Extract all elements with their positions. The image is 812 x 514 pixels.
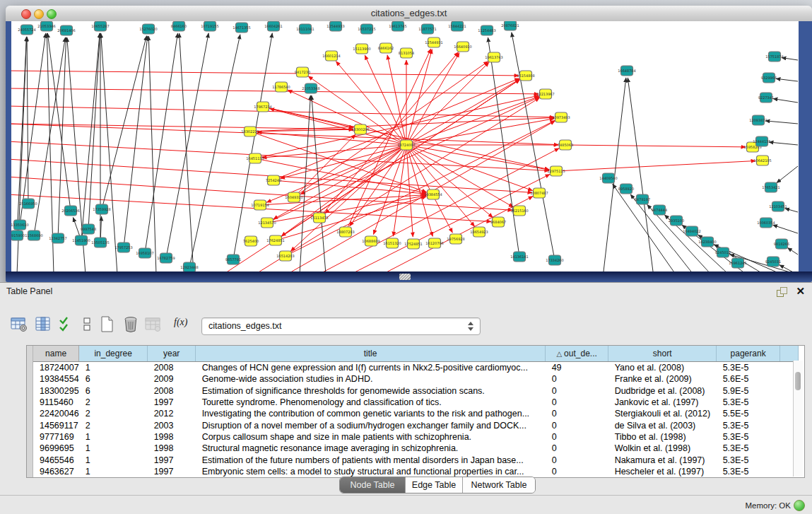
table-cell[interactable]: 6 (79, 373, 148, 385)
function-builder-button[interactable]: f(x) (174, 317, 187, 328)
window-resize-grip[interactable] (399, 274, 411, 280)
table-cell[interactable]: 1 (79, 362, 148, 374)
close-panel-icon[interactable]: ✕ (796, 285, 805, 298)
table-cell[interactable]: Stergiakouli et al. (2012) (608, 408, 717, 419)
table-cell[interactable]: 2008 (148, 362, 196, 374)
delete-icon[interactable] (120, 314, 141, 335)
table-cell[interactable]: 1997 (148, 454, 196, 465)
graph-edge[interactable] (406, 145, 413, 237)
table-cell[interactable]: 5.3E-5 (717, 431, 780, 443)
table-cell[interactable]: 9699695 (33, 443, 79, 454)
table-cell[interactable]: 2008 (148, 385, 196, 397)
graph-edge[interactable] (628, 78, 653, 271)
column-header-year[interactable]: year (148, 346, 196, 362)
window-titlebar[interactable]: citations_edges.txt (6, 6, 812, 22)
table-cell[interactable]: 19384554 (33, 373, 79, 385)
table-cell[interactable]: Structural magnetic resonance image aver… (196, 443, 546, 454)
table-cell[interactable]: 1998 (148, 443, 196, 454)
table-cell[interactable]: 2 (79, 419, 148, 431)
table-cell[interactable]: 5.3E-5 (717, 443, 780, 454)
show-column-icon[interactable] (33, 314, 54, 335)
table-row[interactable]: 977716911998Corpus callosum shape and si… (33, 431, 799, 443)
graph-edge[interactable] (365, 55, 406, 145)
table-cell[interactable]: 5.3E-5 (717, 454, 780, 465)
column-header-in_degree[interactable]: in_degree (79, 346, 148, 362)
table-scrollbar[interactable] (793, 361, 803, 477)
graph-edge[interactable] (27, 37, 28, 204)
table-cell[interactable]: Genome-wide association studies in ADHD. (196, 373, 546, 385)
table-row[interactable]: 1938455462009Genome-wide association stu… (33, 373, 799, 385)
table-source-dropdown[interactable]: citations_edges.txt (201, 317, 481, 335)
table-cell[interactable]: Wolkin et al. (1998) (608, 443, 717, 454)
table-cell[interactable]: Estimation of significance thresholds fo… (196, 385, 546, 397)
new-file-icon[interactable] (96, 314, 117, 335)
graph-edge[interactable] (294, 134, 355, 197)
graph-edge[interactable] (765, 121, 798, 124)
table-cell[interactable]: 1 (79, 431, 148, 443)
graph-edge[interactable] (556, 161, 755, 171)
graph-edge[interactable] (286, 120, 555, 256)
table-cell[interactable]: Nakamura et al. (1997) (608, 454, 717, 465)
table-cell[interactable]: 5.3E-5 (717, 466, 780, 477)
table-cell[interactable]: Tibbo et al. (1998) (608, 431, 717, 443)
rows-icon[interactable] (76, 314, 98, 335)
table-row[interactable]: 946362711997Embryonic stem cells: a mode… (33, 466, 799, 477)
graph-edge[interactable] (387, 55, 406, 145)
graph-edge[interactable] (255, 158, 426, 193)
graph-edge[interactable] (102, 36, 146, 209)
table-cell[interactable]: Hescheler et al. (1997) (608, 466, 717, 477)
graph-edge[interactable] (777, 166, 798, 183)
table-row[interactable]: 946554611997Estimation of the future num… (33, 454, 799, 465)
table-cell[interactable]: Corpus callosum shape and size in male p… (196, 431, 546, 443)
table-cell[interactable]: Jankovic et al. (1997) (608, 397, 717, 408)
table-cell[interactable]: 2012 (148, 408, 196, 419)
column-header-out_de...[interactable]: △out_de... (546, 346, 608, 362)
table-cell[interactable]: 2 (79, 408, 148, 419)
graph-edge[interactable] (406, 53, 459, 145)
graph-edge[interactable] (773, 99, 798, 103)
column-header-pagerank[interactable]: pagerank (717, 346, 780, 362)
float-panel-icon[interactable] (777, 287, 787, 296)
table-row[interactable]: 1456911722003Disruption of a novel membe… (33, 419, 799, 431)
network-canvas[interactable]: 1872400781310541254493116640910196137431… (11, 21, 799, 271)
table-cell[interactable]: 1 (79, 454, 148, 465)
table-cell[interactable]: 5.3E-5 (717, 397, 780, 408)
graph-edge[interactable] (772, 225, 798, 233)
table-cell[interactable]: 49 (546, 362, 608, 374)
graph-edge[interactable] (782, 57, 798, 60)
memory-status-icon[interactable] (794, 500, 805, 511)
table-cell[interactable]: 0 (546, 443, 608, 454)
table-cell[interactable]: 0 (546, 419, 608, 431)
table-cell[interactable]: 2 (79, 397, 148, 408)
graph-edge[interactable] (512, 33, 555, 260)
graph-edge[interactable] (250, 117, 554, 132)
graph-edge[interactable] (406, 49, 432, 145)
table-cell[interactable]: 14569117 (33, 419, 79, 431)
table-cell[interactable]: 18300295 (33, 385, 79, 397)
select-columns-icon[interactable] (55, 314, 76, 335)
table-cell[interactable]: Tourette syndrome. Phenomenology and cla… (196, 397, 546, 408)
table-cell[interactable]: 0 (546, 466, 608, 477)
graph-edge[interactable] (787, 247, 798, 255)
table-cell[interactable]: 5.3E-5 (717, 362, 780, 374)
table-row[interactable]: 1830029562008Estimation of significance … (33, 385, 799, 397)
table-cell[interactable]: 9463627 (33, 466, 79, 477)
table-cell[interactable]: 0 (546, 397, 608, 408)
graph-edge[interactable] (785, 209, 798, 212)
table-row[interactable]: 911546021997Tourette syndrome. Phenomeno… (33, 397, 799, 408)
table-cell[interactable]: 9465546 (33, 454, 79, 465)
table-row[interactable]: 1872400712008Changes of HCN gene express… (33, 362, 799, 374)
table-cell[interactable]: 5.5E-5 (717, 408, 780, 419)
tab-edge-table[interactable]: Edge Table (406, 477, 463, 493)
table-cell[interactable]: 0 (546, 373, 608, 385)
tab-network-table[interactable]: Network Table (463, 477, 535, 493)
table-cell[interactable]: 1 (79, 466, 148, 477)
table-cell[interactable]: Disruption of a novel member of a sodium… (196, 419, 546, 431)
column-header-title[interactable]: title (196, 346, 546, 362)
graph-edge[interactable] (148, 36, 156, 271)
table-cell[interactable]: de Silva et al. (2003) (608, 419, 717, 431)
table-cell[interactable]: 1997 (148, 466, 196, 477)
table-cell[interactable]: Estimation of the future numbers of pati… (196, 454, 546, 465)
graph-edge[interactable] (180, 33, 194, 271)
graph-edge[interactable] (124, 36, 148, 247)
